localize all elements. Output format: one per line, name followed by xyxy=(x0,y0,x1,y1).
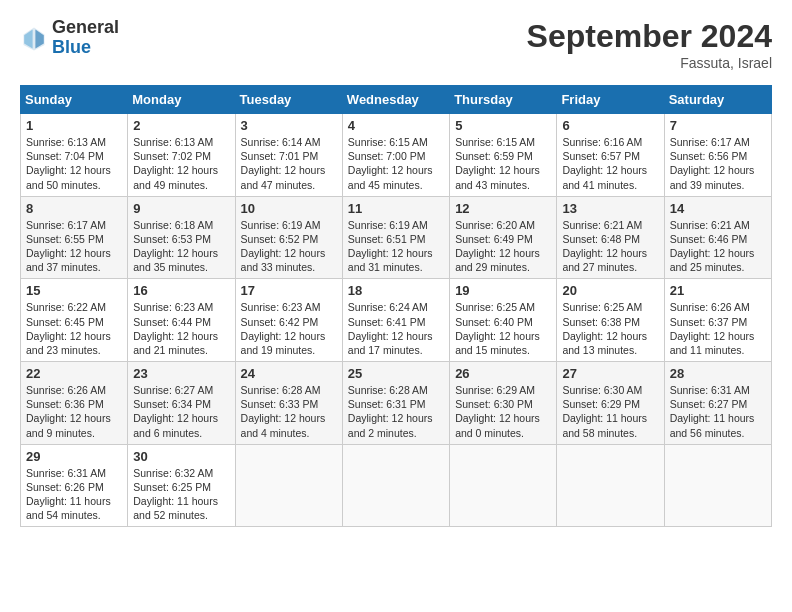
day-info: Sunrise: 6:16 AMSunset: 6:57 PMDaylight:… xyxy=(562,136,647,191)
table-row: 30Sunrise: 6:32 AMSunset: 6:25 PMDayligh… xyxy=(128,444,235,527)
day-number: 25 xyxy=(348,366,444,381)
col-friday: Friday xyxy=(557,86,664,114)
col-saturday: Saturday xyxy=(664,86,771,114)
day-number: 13 xyxy=(562,201,658,216)
logo-blue: Blue xyxy=(52,38,119,58)
day-number: 19 xyxy=(455,283,551,298)
location: Fassuta, Israel xyxy=(527,55,772,71)
table-row: 17Sunrise: 6:23 AMSunset: 6:42 PMDayligh… xyxy=(235,279,342,362)
day-info: Sunrise: 6:23 AMSunset: 6:42 PMDaylight:… xyxy=(241,301,326,356)
calendar-table: Sunday Monday Tuesday Wednesday Thursday… xyxy=(20,85,772,527)
day-number: 20 xyxy=(562,283,658,298)
logo-general: General xyxy=(52,18,119,38)
table-row: 14Sunrise: 6:21 AMSunset: 6:46 PMDayligh… xyxy=(664,196,771,279)
day-info: Sunrise: 6:31 AMSunset: 6:27 PMDaylight:… xyxy=(670,384,755,439)
day-info: Sunrise: 6:23 AMSunset: 6:44 PMDaylight:… xyxy=(133,301,218,356)
table-row: 24Sunrise: 6:28 AMSunset: 6:33 PMDayligh… xyxy=(235,362,342,445)
day-number: 27 xyxy=(562,366,658,381)
day-number: 24 xyxy=(241,366,337,381)
table-row: 19Sunrise: 6:25 AMSunset: 6:40 PMDayligh… xyxy=(450,279,557,362)
day-number: 8 xyxy=(26,201,122,216)
calendar-row: 1Sunrise: 6:13 AMSunset: 7:04 PMDaylight… xyxy=(21,114,772,197)
table-row: 8Sunrise: 6:17 AMSunset: 6:55 PMDaylight… xyxy=(21,196,128,279)
table-row: 9Sunrise: 6:18 AMSunset: 6:53 PMDaylight… xyxy=(128,196,235,279)
day-info: Sunrise: 6:26 AMSunset: 6:37 PMDaylight:… xyxy=(670,301,755,356)
day-info: Sunrise: 6:27 AMSunset: 6:34 PMDaylight:… xyxy=(133,384,218,439)
day-number: 1 xyxy=(26,118,122,133)
table-row: 2Sunrise: 6:13 AMSunset: 7:02 PMDaylight… xyxy=(128,114,235,197)
day-info: Sunrise: 6:18 AMSunset: 6:53 PMDaylight:… xyxy=(133,219,218,274)
day-number: 30 xyxy=(133,449,229,464)
day-number: 10 xyxy=(241,201,337,216)
table-row: 7Sunrise: 6:17 AMSunset: 6:56 PMDaylight… xyxy=(664,114,771,197)
col-monday: Monday xyxy=(128,86,235,114)
calendar-row: 29Sunrise: 6:31 AMSunset: 6:26 PMDayligh… xyxy=(21,444,772,527)
title-area: September 2024 Fassuta, Israel xyxy=(527,18,772,71)
day-info: Sunrise: 6:31 AMSunset: 6:26 PMDaylight:… xyxy=(26,467,111,522)
day-number: 29 xyxy=(26,449,122,464)
day-number: 7 xyxy=(670,118,766,133)
table-row: 4Sunrise: 6:15 AMSunset: 7:00 PMDaylight… xyxy=(342,114,449,197)
table-row: 26Sunrise: 6:29 AMSunset: 6:30 PMDayligh… xyxy=(450,362,557,445)
day-info: Sunrise: 6:15 AMSunset: 7:00 PMDaylight:… xyxy=(348,136,433,191)
day-info: Sunrise: 6:28 AMSunset: 6:33 PMDaylight:… xyxy=(241,384,326,439)
day-info: Sunrise: 6:20 AMSunset: 6:49 PMDaylight:… xyxy=(455,219,540,274)
table-row xyxy=(342,444,449,527)
day-number: 17 xyxy=(241,283,337,298)
table-row: 13Sunrise: 6:21 AMSunset: 6:48 PMDayligh… xyxy=(557,196,664,279)
day-number: 14 xyxy=(670,201,766,216)
table-row: 29Sunrise: 6:31 AMSunset: 6:26 PMDayligh… xyxy=(21,444,128,527)
logo-icon xyxy=(20,24,48,52)
day-number: 2 xyxy=(133,118,229,133)
day-info: Sunrise: 6:17 AMSunset: 6:55 PMDaylight:… xyxy=(26,219,111,274)
day-number: 28 xyxy=(670,366,766,381)
day-info: Sunrise: 6:21 AMSunset: 6:46 PMDaylight:… xyxy=(670,219,755,274)
day-number: 11 xyxy=(348,201,444,216)
day-info: Sunrise: 6:22 AMSunset: 6:45 PMDaylight:… xyxy=(26,301,111,356)
table-row: 18Sunrise: 6:24 AMSunset: 6:41 PMDayligh… xyxy=(342,279,449,362)
day-info: Sunrise: 6:19 AMSunset: 6:52 PMDaylight:… xyxy=(241,219,326,274)
day-number: 4 xyxy=(348,118,444,133)
table-row: 27Sunrise: 6:30 AMSunset: 6:29 PMDayligh… xyxy=(557,362,664,445)
day-info: Sunrise: 6:25 AMSunset: 6:38 PMDaylight:… xyxy=(562,301,647,356)
day-info: Sunrise: 6:15 AMSunset: 6:59 PMDaylight:… xyxy=(455,136,540,191)
day-info: Sunrise: 6:26 AMSunset: 6:36 PMDaylight:… xyxy=(26,384,111,439)
day-info: Sunrise: 6:13 AMSunset: 7:02 PMDaylight:… xyxy=(133,136,218,191)
calendar-row: 15Sunrise: 6:22 AMSunset: 6:45 PMDayligh… xyxy=(21,279,772,362)
day-number: 6 xyxy=(562,118,658,133)
table-row: 25Sunrise: 6:28 AMSunset: 6:31 PMDayligh… xyxy=(342,362,449,445)
table-row xyxy=(557,444,664,527)
col-wednesday: Wednesday xyxy=(342,86,449,114)
table-row: 3Sunrise: 6:14 AMSunset: 7:01 PMDaylight… xyxy=(235,114,342,197)
day-number: 5 xyxy=(455,118,551,133)
col-sunday: Sunday xyxy=(21,86,128,114)
logo-text: General Blue xyxy=(52,18,119,58)
table-row: 28Sunrise: 6:31 AMSunset: 6:27 PMDayligh… xyxy=(664,362,771,445)
day-number: 18 xyxy=(348,283,444,298)
calendar-row: 8Sunrise: 6:17 AMSunset: 6:55 PMDaylight… xyxy=(21,196,772,279)
day-number: 9 xyxy=(133,201,229,216)
calendar-row: 22Sunrise: 6:26 AMSunset: 6:36 PMDayligh… xyxy=(21,362,772,445)
day-info: Sunrise: 6:19 AMSunset: 6:51 PMDaylight:… xyxy=(348,219,433,274)
calendar-header-row: Sunday Monday Tuesday Wednesday Thursday… xyxy=(21,86,772,114)
table-row: 11Sunrise: 6:19 AMSunset: 6:51 PMDayligh… xyxy=(342,196,449,279)
table-row: 20Sunrise: 6:25 AMSunset: 6:38 PMDayligh… xyxy=(557,279,664,362)
table-row: 12Sunrise: 6:20 AMSunset: 6:49 PMDayligh… xyxy=(450,196,557,279)
month-title: September 2024 xyxy=(527,18,772,55)
col-thursday: Thursday xyxy=(450,86,557,114)
day-number: 21 xyxy=(670,283,766,298)
table-row xyxy=(664,444,771,527)
day-info: Sunrise: 6:30 AMSunset: 6:29 PMDaylight:… xyxy=(562,384,647,439)
page-header: General Blue September 2024 Fassuta, Isr… xyxy=(20,18,772,71)
day-info: Sunrise: 6:14 AMSunset: 7:01 PMDaylight:… xyxy=(241,136,326,191)
day-number: 3 xyxy=(241,118,337,133)
table-row: 21Sunrise: 6:26 AMSunset: 6:37 PMDayligh… xyxy=(664,279,771,362)
day-info: Sunrise: 6:32 AMSunset: 6:25 PMDaylight:… xyxy=(133,467,218,522)
table-row: 16Sunrise: 6:23 AMSunset: 6:44 PMDayligh… xyxy=(128,279,235,362)
table-row: 22Sunrise: 6:26 AMSunset: 6:36 PMDayligh… xyxy=(21,362,128,445)
table-row xyxy=(235,444,342,527)
day-number: 15 xyxy=(26,283,122,298)
day-info: Sunrise: 6:21 AMSunset: 6:48 PMDaylight:… xyxy=(562,219,647,274)
day-info: Sunrise: 6:17 AMSunset: 6:56 PMDaylight:… xyxy=(670,136,755,191)
table-row: 23Sunrise: 6:27 AMSunset: 6:34 PMDayligh… xyxy=(128,362,235,445)
